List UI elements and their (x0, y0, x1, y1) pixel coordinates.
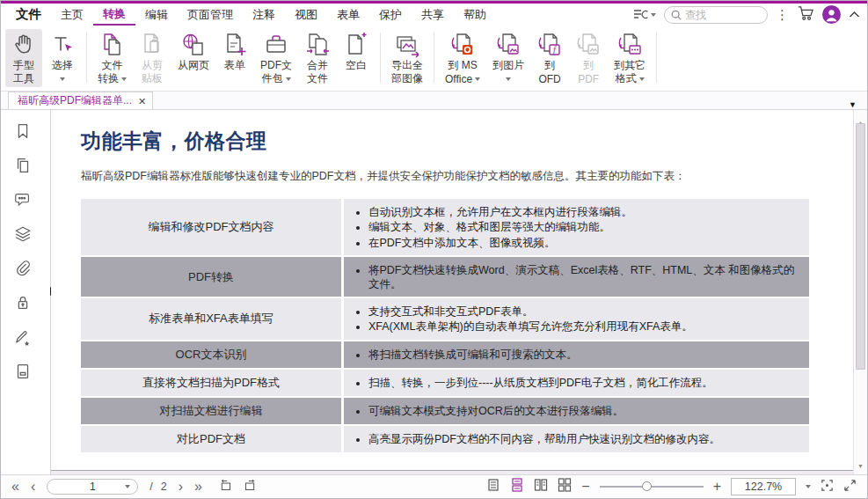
feature-detail-item: 将扫描文档转换成可编辑和可搜索的文本。 (368, 348, 578, 362)
facing-continuous-view-icon[interactable] (558, 478, 572, 495)
comments-icon[interactable] (13, 190, 33, 209)
dropdown-caret (475, 77, 480, 81)
cart-icon[interactable] (797, 5, 814, 24)
webpage-icon (180, 32, 207, 58)
feature-name-cell: 对扫描文档进行编辑 (81, 398, 341, 424)
fullscreen-icon[interactable] (843, 479, 857, 495)
select-tool-button[interactable]: 选择 (44, 29, 81, 87)
scroll-down-icon[interactable] (854, 456, 867, 472)
zoom-out-button[interactable] (581, 479, 589, 495)
command-search-icon[interactable] (633, 8, 656, 21)
total-pages: 2 (161, 481, 167, 493)
to-other-formats-button[interactable]: 到其它 格式 (609, 29, 651, 87)
user-avatar[interactable] (822, 5, 841, 24)
feature-details-cell: 自动识别文本框，允许用户在文本框内进行段落编辑。编辑文本、对象、格式和图层等强大… (344, 199, 809, 255)
security-icon[interactable] (13, 293, 33, 312)
group-separator (656, 33, 657, 83)
find-input[interactable] (685, 9, 754, 21)
zoom-level-input[interactable]: 122.7% (731, 478, 796, 495)
more-options-icon[interactable] (776, 7, 789, 23)
menu-comment[interactable]: 注释 (243, 4, 285, 26)
layers-icon[interactable] (13, 224, 33, 244)
to-office-icon (449, 32, 476, 58)
feature-details-cell: 将扫描文档转换成可编辑和可搜索的文本。 (344, 341, 809, 368)
close-icon[interactable] (138, 95, 146, 107)
to-ofd-icon: f (536, 32, 563, 58)
button-label: 部图像 (391, 71, 423, 86)
create-form-button[interactable]: 表单 (216, 29, 253, 87)
blank-page-button[interactable]: 空白 (338, 29, 375, 87)
hand-tool-button[interactable]: 手型 工具 (5, 29, 42, 87)
menu-help[interactable]: 帮助 (454, 4, 496, 26)
first-page-button[interactable] (11, 479, 19, 495)
menu-edit[interactable]: 编辑 (135, 4, 178, 26)
button-label: PDF (578, 73, 599, 85)
attachments-icon[interactable] (13, 259, 33, 278)
menu-home[interactable]: 主页 (51, 4, 93, 26)
vertical-scrollbar[interactable] (853, 110, 867, 474)
bookmark-icon[interactable] (13, 121, 33, 141)
page-separator: / (150, 481, 152, 493)
tab-title: 福昕高级PDF编辑器单... (18, 93, 132, 108)
last-page-button[interactable] (194, 479, 202, 495)
zoom-in-button[interactable] (713, 479, 721, 495)
find-search-box[interactable] (664, 6, 768, 24)
file-convert-button[interactable]: 文件 转换 (92, 29, 132, 87)
feature-detail-item: 可编辑文本模式支持对OCR后的文本进行段落编辑。 (368, 404, 624, 418)
pages-icon[interactable] (13, 156, 33, 175)
blank-page-icon (343, 32, 369, 58)
page-number-input[interactable]: 1 (47, 479, 138, 495)
feature-details-cell: 高亮显示两份PDF文档的不同内容，帮助用户快速识别文档的修改内容。 (344, 426, 809, 452)
to-ofd-button[interactable]: f 到 OFD (531, 29, 568, 87)
zoom-slider-thumb[interactable] (642, 481, 652, 491)
combine-files-button[interactable]: 合并 文件 (299, 29, 336, 87)
feature-details-cell: 将PDF文档快速转换成Word、演示文稿、Excel表格、RTF、HTML、文本… (344, 257, 809, 297)
button-label: OFD (538, 73, 560, 85)
next-view-icon[interactable] (244, 479, 257, 495)
menu-file[interactable]: 文件 (6, 4, 51, 26)
menu-share[interactable]: 共享 (412, 4, 454, 26)
collapse-ribbon-icon[interactable] (849, 8, 860, 21)
export-all-images-button[interactable]: 导出全 部图像 (386, 29, 428, 87)
dropdown-caret (506, 77, 511, 81)
clipboard-icon (139, 32, 165, 58)
document-tab-bar: 福昕高级PDF编辑器单... (1, 92, 867, 110)
feature-name-cell: 标准表单和XFA表单填写 (81, 298, 341, 340)
previous-view-icon[interactable] (219, 479, 232, 495)
zoom-slider[interactable] (600, 481, 704, 492)
menu-view[interactable]: 视图 (285, 4, 327, 26)
menu-convert[interactable]: 转换 (93, 4, 135, 26)
button-label: 表单 (224, 58, 245, 73)
status-bar: 1 / 2 (1, 474, 867, 498)
continuous-view-icon[interactable] (510, 478, 524, 495)
from-webpage-button[interactable]: 从网页 (172, 29, 215, 87)
button-label: 选择 (52, 58, 73, 73)
to-ms-office-button[interactable]: 到 MS Office (440, 29, 485, 87)
dropdown-caret (639, 77, 645, 81)
main-area: 功能丰富，价格合理 福昕高级PDF编辑器标准版能够快速创建专业的PDF文档，并提… (1, 110, 867, 474)
dropdown-caret (125, 485, 130, 488)
next-page-button[interactable] (179, 479, 183, 495)
zoom-dropdown-caret[interactable] (806, 485, 811, 488)
table-row: 编辑和修改PDF文档内容自动识别文本框，允许用户在文本框内进行段落编辑。编辑文本… (81, 199, 809, 255)
previous-page-button[interactable] (31, 479, 35, 495)
tab-list-dropdown-icon[interactable] (849, 95, 857, 111)
table-row: 对比PDF文档高亮显示两份PDF文档的不同内容，帮助用户快速识别文档的修改内容。 (81, 426, 809, 452)
button-label: 到 (544, 58, 555, 73)
to-image-button[interactable]: 到图片 (487, 29, 529, 87)
fit-page-icon[interactable] (821, 479, 834, 495)
facing-view-icon[interactable] (534, 478, 548, 495)
menu-protect[interactable]: 保护 (369, 4, 412, 26)
current-page-value: 1 (90, 481, 96, 493)
signature-icon[interactable] (13, 327, 33, 347)
menu-page-manage[interactable]: 页面管理 (178, 4, 243, 26)
pdf-portfolio-button[interactable]: PDF文 件包 (255, 29, 297, 87)
single-page-view-icon[interactable] (486, 478, 500, 495)
field-icon[interactable] (13, 362, 33, 381)
menu-form[interactable]: 表单 (327, 4, 369, 26)
table-row: 对扫描文档进行编辑可编辑文本模式支持对OCR后的文本进行段落编辑。 (81, 398, 809, 424)
intro-paragraph: 福昕高级PDF编辑器标准版能够快速创建专业的PDF文档，并提供安全保护功能保护文… (81, 169, 832, 184)
pdf-page: 功能丰富，价格合理 福昕高级PDF编辑器标准版能够快速创建专业的PDF文档，并提… (51, 110, 853, 471)
document-tab[interactable]: 福昕高级PDF编辑器单... (8, 92, 153, 109)
scrollbar-thumb[interactable] (856, 123, 865, 370)
